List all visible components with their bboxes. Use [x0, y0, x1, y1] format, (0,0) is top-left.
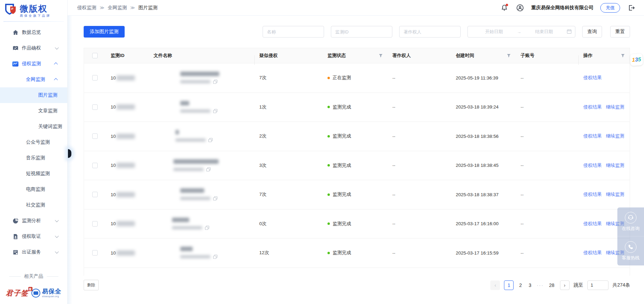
brand-logo[interactable]: P 微版权 易保全旗下品牌	[0, 0, 67, 21]
junzisign-logo[interactable]: 君子签签	[6, 288, 28, 298]
recharge-button[interactable]: 充值	[600, 3, 620, 13]
row-checkbox[interactable]	[92, 221, 98, 227]
column-header-monitor-id: 监测ID	[106, 53, 149, 59]
sidebar-item-music-monitor[interactable]: 音乐监测	[0, 150, 67, 166]
file-thumbnail[interactable]	[154, 245, 176, 261]
file-thumbnail[interactable]	[154, 128, 171, 144]
copy-icon[interactable]	[205, 226, 209, 230]
sidebar-item-evidence[interactable]: 侵权取证	[0, 229, 67, 244]
continue-monitor-link[interactable]: 继续监测	[606, 191, 624, 198]
chevron-down-icon	[55, 218, 59, 222]
column-header-file-name: 文件名称	[149, 53, 255, 59]
column-header-created: 创建时间	[451, 53, 516, 59]
status-filter-icon[interactable]	[379, 54, 383, 58]
sidebar-item-ecommerce-monitor[interactable]: 电商监测	[0, 182, 67, 197]
sidebar-edge-glow	[68, 16, 72, 304]
continue-monitor-link[interactable]: 继续监测	[606, 133, 624, 139]
page-number-3[interactable]: 3	[527, 283, 533, 288]
copy-icon[interactable]	[206, 167, 211, 172]
sidebar-item-monitor-analysis[interactable]: 监测分析	[0, 213, 67, 229]
add-image-monitor-button[interactable]: 添加图片监测	[84, 26, 125, 38]
infringement-result-link[interactable]: 侵权结果	[583, 250, 602, 256]
sidebar-item-social-monitor[interactable]: 社交监测	[0, 197, 67, 213]
sidebar-item-infringement-monitor[interactable]: 侵权监测	[0, 56, 67, 72]
row-checkbox[interactable]	[92, 75, 98, 81]
search-button[interactable]: 查询	[582, 26, 602, 38]
online-chat-button[interactable]: 在线咨询	[617, 207, 644, 236]
service-hotline-button[interactable]: 客服热线	[617, 236, 644, 265]
sidebar-item-fullweb-monitor[interactable]: 全网监测	[0, 72, 67, 87]
delete-button[interactable]: 删除	[84, 280, 99, 290]
reset-button[interactable]: 重置	[610, 26, 630, 38]
created-filter-icon[interactable]	[507, 54, 511, 58]
monitor-id-filter-input[interactable]	[331, 26, 392, 38]
copy-icon[interactable]	[213, 255, 218, 259]
copy-icon[interactable]	[213, 79, 218, 84]
select-all-checkbox[interactable]	[92, 53, 98, 58]
created-time-cell: 2025-05-19 11:36:39	[451, 75, 516, 81]
sidebar-item-cert-service[interactable]: 出证服务	[0, 244, 67, 260]
table-body: 10 7次	[84, 63, 630, 267]
continue-monitor-link[interactable]: 继续监测	[606, 104, 624, 110]
table-row: 10 1次	[84, 92, 630, 122]
file-thumbnail[interactable]	[154, 70, 176, 86]
continue-monitor-link[interactable]: 继续监测	[606, 162, 624, 169]
page-number-1[interactable]: 1	[504, 280, 514, 290]
row-checkbox[interactable]	[92, 163, 98, 168]
sidebar-item-article-monitor[interactable]: 文章监测	[0, 103, 67, 119]
owner-filter-input[interactable]	[399, 26, 461, 38]
file-thumbnail[interactable]	[154, 216, 167, 232]
infringement-result-link[interactable]: 侵权结果	[583, 75, 602, 81]
suspected-count-cell: 1次	[254, 104, 323, 110]
copy-icon[interactable]	[208, 138, 213, 142]
copy-icon[interactable]	[213, 196, 218, 201]
jump-to-label: 跳至	[574, 282, 583, 288]
breadcrumb-item[interactable]: 侵权监测	[77, 5, 96, 11]
user-avatar-icon[interactable]	[516, 3, 524, 12]
breadcrumb: 侵权监测 ≫ 全网监测 ≫ 图片监测	[77, 5, 157, 11]
ebaoquan-logo[interactable]: 易保全 ebaoquan.org	[31, 288, 61, 298]
date-range-picker[interactable]: 开始日期 → 结束日期	[467, 26, 575, 38]
file-name-cell	[149, 70, 255, 86]
sidebar-item-image-monitor[interactable]: 图片监测	[0, 87, 67, 103]
row-checkbox[interactable]	[92, 250, 98, 256]
brand-name: 微版权	[20, 4, 51, 13]
row-checkbox[interactable]	[92, 192, 98, 197]
infringement-result-link[interactable]: 侵权结果	[583, 221, 602, 227]
breadcrumb-item[interactable]: 全网监测	[108, 5, 127, 11]
infringement-result-link[interactable]: 侵权结果	[583, 191, 602, 198]
monitor-id-cell: 10	[106, 250, 149, 256]
status-cell: 监测完成	[323, 104, 388, 110]
prev-page-button[interactable]: ‹	[490, 280, 500, 290]
copy-icon[interactable]	[213, 109, 218, 113]
page-number-last[interactable]: 28	[548, 283, 556, 288]
logout-icon[interactable]	[627, 3, 636, 12]
file-thumbnail[interactable]	[154, 157, 169, 174]
sidebar-item-keyword-monitor[interactable]: 关键词监测	[0, 119, 67, 134]
monitor-id-cell: 10	[106, 104, 149, 110]
file-thumbnail[interactable]	[154, 99, 176, 115]
sidebar-item-shortvideo-monitor[interactable]: 短视频监测	[0, 166, 67, 182]
jump-to-page-input[interactable]	[587, 280, 608, 290]
name-filter-input[interactable]	[263, 26, 324, 38]
certificate-icon	[12, 249, 18, 255]
file-name-cell	[149, 186, 255, 203]
floating-service-panel: 在线咨询 客服热线	[617, 207, 644, 265]
row-checkbox[interactable]	[92, 133, 98, 139]
page-ellipsis[interactable]: ···	[537, 283, 544, 288]
table-row: 10 7次	[84, 63, 630, 92]
redacted-file-name	[180, 247, 193, 251]
infringement-result-link[interactable]: 侵权结果	[583, 162, 602, 169]
notification-bell-icon[interactable]	[500, 3, 509, 12]
infringement-result-link[interactable]: 侵权结果	[583, 133, 602, 139]
sidebar-item-wechat-monitor[interactable]: 公众号监测	[0, 134, 67, 150]
next-page-button[interactable]: ›	[560, 280, 570, 290]
breadcrumb-item-current: 图片监测	[138, 5, 157, 11]
sidebar-item-work-confirm[interactable]: 作品确权	[0, 40, 67, 56]
sidebar-item-data-overview[interactable]: 数据总览	[0, 25, 67, 40]
row-checkbox[interactable]	[92, 104, 98, 110]
actions-filter-icon[interactable]	[621, 54, 625, 58]
file-thumbnail[interactable]	[154, 186, 176, 203]
infringement-result-link[interactable]: 侵权结果	[583, 104, 602, 110]
page-number-2[interactable]: 2	[518, 283, 523, 288]
